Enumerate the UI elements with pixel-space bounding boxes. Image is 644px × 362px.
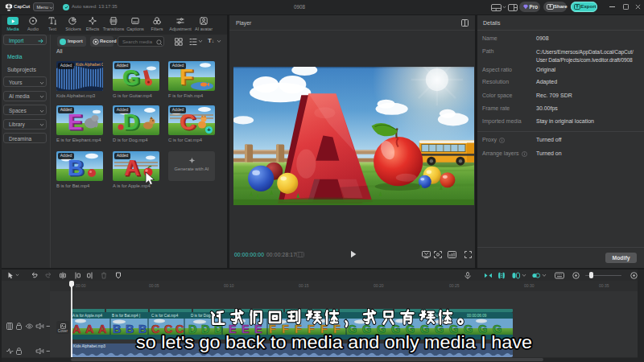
svg-text:D: D: [123, 110, 139, 134]
svg-text:E: E: [68, 110, 82, 134]
svg-text:B: B: [68, 156, 84, 180]
svg-text:G: G: [122, 66, 139, 90]
svg-text:C: C: [180, 110, 196, 134]
svg-text:A: A: [124, 156, 140, 180]
svg-text:F: F: [180, 65, 193, 89]
